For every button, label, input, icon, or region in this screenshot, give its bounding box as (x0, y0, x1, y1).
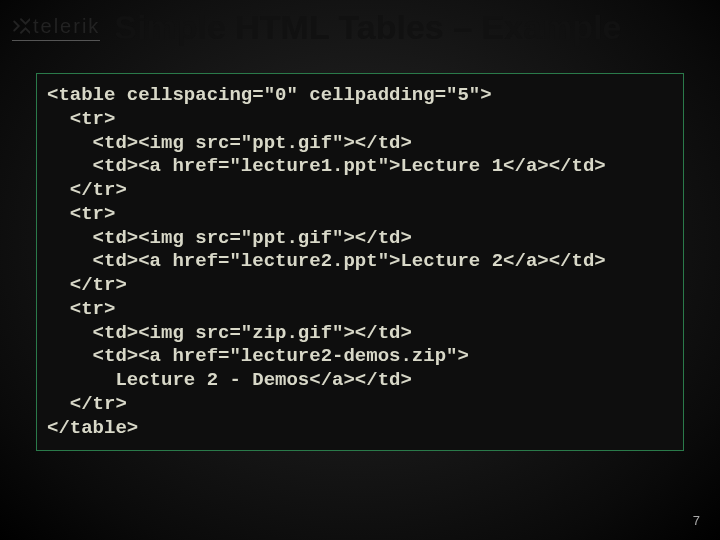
code-line: <td><a href="lecture1.ppt">Lecture 1</a>… (47, 155, 679, 179)
code-line: <tr> (47, 203, 679, 227)
code-example-box: <table cellspacing="0" cellpadding="5"> … (36, 73, 684, 451)
code-line: <td><img src="ppt.gif"></td> (47, 132, 679, 156)
code-line: </tr> (47, 393, 679, 417)
code-line: <td><img src="ppt.gif"></td> (47, 227, 679, 251)
code-line: Lecture 2 - Demos</a></td> (47, 369, 679, 393)
brand-name: telerik (33, 15, 100, 38)
code-line: </table> (47, 417, 679, 441)
code-line: <tr> (47, 298, 679, 322)
code-line: </tr> (47, 179, 679, 203)
slide-title: Simple HTML Tables – Example (114, 8, 621, 47)
brand-logo: telerik (12, 15, 100, 41)
code-line: <td><a href="lecture2-demos.zip"> (47, 345, 679, 369)
page-number: 7 (693, 513, 700, 528)
code-line: <td><a href="lecture2.ppt">Lecture 2</a>… (47, 250, 679, 274)
slide-header: telerik Simple HTML Tables – Example (0, 0, 720, 55)
telerik-icon (12, 17, 30, 35)
code-line: <tr> (47, 108, 679, 132)
code-line: </tr> (47, 274, 679, 298)
code-line: <td><img src="zip.gif"></td> (47, 322, 679, 346)
code-line: <table cellspacing="0" cellpadding="5"> (47, 84, 679, 108)
